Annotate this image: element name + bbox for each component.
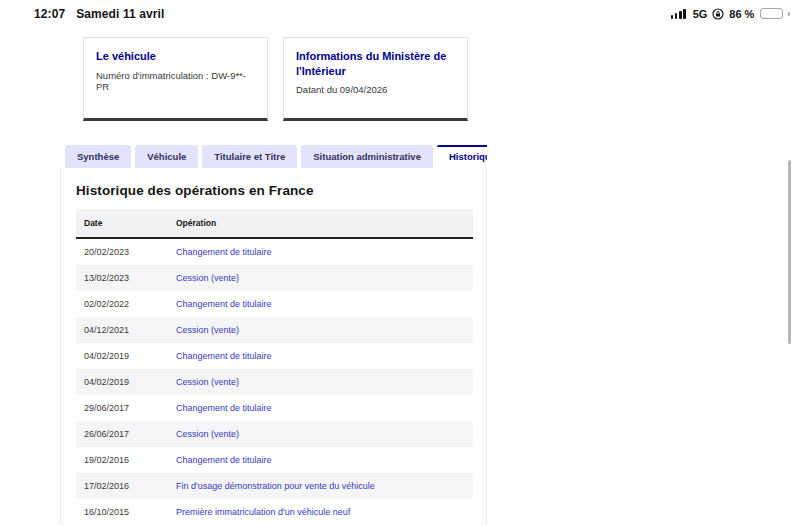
signal-bars-icon: [671, 9, 686, 19]
row-date: 29/06/2017: [76, 395, 168, 421]
status-time: 12:07: [34, 7, 65, 21]
row-date: 20/02/2023: [76, 238, 168, 265]
row-operation: Cession (vente): [168, 421, 473, 447]
tab-titulaire-et-titre[interactable]: Titulaire et Titre: [202, 145, 297, 168]
row-operation: Cession (vente): [168, 317, 473, 343]
row-operation: Changement de titulaire: [168, 343, 473, 369]
status-bar-left: 12:07 Samedi 11 avril: [34, 7, 164, 21]
history-title: Historique des opérations en France: [76, 183, 473, 198]
table-row: 20/02/2023 Changement de titulaire: [76, 238, 473, 265]
table-row: 26/06/2017 Cession (vente): [76, 421, 473, 447]
summary-cards: Le véhicule Numéro d'immatriculation : D…: [83, 37, 468, 121]
row-operation: Cession (vente): [168, 265, 473, 291]
table-row: 13/02/2023 Cession (vente): [76, 265, 473, 291]
table-row: 02/02/2022 Changement de titulaire: [76, 291, 473, 317]
row-date: 04/02/2019: [76, 369, 168, 395]
row-date: 04/02/2019: [76, 343, 168, 369]
row-operation: Changement de titulaire: [168, 291, 473, 317]
table-row: 29/06/2017 Changement de titulaire: [76, 395, 473, 421]
tab-historique[interactable]: Historique: [437, 145, 487, 168]
card-vehicle: Le véhicule Numéro d'immatriculation : D…: [83, 37, 268, 121]
tab-synthese[interactable]: Synthèse: [65, 145, 131, 168]
status-bar: 12:07 Samedi 11 avril 5G 86 %: [0, 0, 800, 24]
report-tab-panel: SynthèseVéhiculeTitulaire et TitreSituat…: [60, 145, 487, 525]
tab-list: SynthèseVéhiculeTitulaire et TitreSituat…: [60, 145, 487, 168]
scrollbar[interactable]: [788, 160, 791, 344]
history-panel: Historique des opérations en France Date…: [60, 168, 487, 525]
status-bar-right: 5G 86 %: [671, 8, 790, 20]
battery-percent: 86 %: [729, 8, 754, 20]
table-row: 04/02/2019 Cession (vente): [76, 369, 473, 395]
battery-icon: [760, 8, 783, 19]
card-ministry-title: Informations du Ministère de l'Intérieur: [296, 49, 455, 78]
row-operation: Changement de titulaire: [168, 395, 473, 421]
card-ministry-date: Datant du 09/04/2026: [296, 84, 455, 95]
column-header-operation: Opération: [168, 209, 473, 238]
network-label: 5G: [693, 8, 708, 20]
row-operation: Changement de titulaire: [168, 447, 473, 473]
row-date: 13/02/2023: [76, 265, 168, 291]
row-date: 16/10/2015: [76, 499, 168, 525]
card-vehicle-registration: Numéro d'immatriculation : DW-9**-PR: [96, 70, 255, 92]
table-row: 17/02/2016 Fin d'usage démonstration pou…: [76, 473, 473, 499]
row-operation: Première immatriculation d'un véhicule n…: [168, 499, 473, 525]
tab-situation-administrative[interactable]: Situation administrative: [301, 145, 433, 168]
row-date: 04/12/2021: [76, 317, 168, 343]
history-table: Date Opération 20/02/2023 Changement de …: [76, 209, 473, 525]
row-date: 19/02/2016: [76, 447, 168, 473]
history-header-row: Date Opération: [76, 209, 473, 238]
card-vehicle-title: Le véhicule: [96, 49, 255, 64]
row-operation: Cession (vente): [168, 369, 473, 395]
row-date: 17/02/2016: [76, 473, 168, 499]
table-row: 16/10/2015 Première immatriculation d'un…: [76, 499, 473, 525]
row-operation: Fin d'usage démonstration pour vente du …: [168, 473, 473, 499]
row-date: 02/02/2022: [76, 291, 168, 317]
row-operation: Changement de titulaire: [168, 238, 473, 265]
status-date: Samedi 11 avril: [76, 7, 164, 21]
row-date: 26/06/2017: [76, 421, 168, 447]
battery-tip: [788, 12, 790, 16]
table-row: 19/02/2016 Changement de titulaire: [76, 447, 473, 473]
history-table-body: 20/02/2023 Changement de titulaire 13/02…: [76, 238, 473, 525]
column-header-date: Date: [76, 209, 168, 238]
tab-vehicule[interactable]: Véhicule: [135, 145, 198, 168]
table-row: 04/02/2019 Changement de titulaire: [76, 343, 473, 369]
card-ministry-info: Informations du Ministère de l'Intérieur…: [283, 37, 468, 121]
rotation-lock-icon: [712, 8, 724, 20]
table-row: 04/12/2021 Cession (vente): [76, 317, 473, 343]
